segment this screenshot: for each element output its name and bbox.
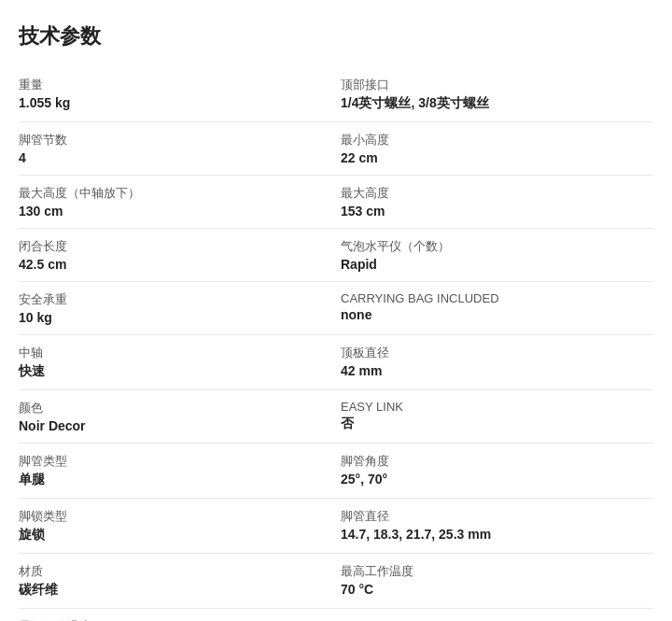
- spec-cell-left: 脚锁类型旋锁: [19, 499, 341, 553]
- spec-cell-right: 最高工作温度70 °C: [341, 554, 653, 608]
- specs-row: 闭合长度42.5 cm气泡水平仪（个数）Rapid: [19, 229, 653, 282]
- spec-value: 10 kg: [19, 310, 313, 325]
- spec-cell-left: 颜色Noir Decor: [19, 390, 341, 443]
- spec-cell-right: EASY LINK否: [341, 390, 653, 443]
- spec-cell-right: 最小高度22 cm: [341, 122, 653, 175]
- specs-row: 脚锁类型旋锁脚管直径14.7, 18.3, 21.7, 25.3 mm: [19, 499, 653, 554]
- spec-cell-right: 顶板直径42 mm: [341, 335, 653, 389]
- spec-label: 材质: [19, 563, 313, 580]
- spec-value: 70 °C: [341, 582, 635, 597]
- spec-label: 颜色: [19, 400, 313, 416]
- spec-cell-left: 中轴快速: [19, 335, 341, 389]
- spec-label: 最大高度（中轴放下）: [19, 185, 313, 202]
- spec-label: EASY LINK: [341, 400, 635, 414]
- spec-label: 安全承重: [19, 291, 313, 308]
- spec-label: 重量: [19, 77, 313, 93]
- spec-cell-right: CARRYING BAG INCLUDEDnone: [341, 282, 653, 334]
- spec-value: 碳纤维: [19, 582, 313, 599]
- page-title: 技术参数: [19, 22, 653, 50]
- spec-label: 脚管角度: [341, 453, 635, 470]
- spec-cell-left: 材质碳纤维: [19, 554, 341, 608]
- specs-row: 安全承重10 kgCARRYING BAG INCLUDEDnone: [19, 282, 653, 335]
- spec-label: 最大高度: [341, 185, 635, 202]
- spec-cell-left: 最低工作温度-30 °C: [19, 609, 341, 621]
- spec-label: 最小高度: [341, 132, 635, 148]
- spec-cell-right: 最大高度153 cm: [341, 176, 653, 228]
- spec-cell-left: 最大高度（中轴放下）130 cm: [19, 176, 341, 228]
- spec-value: 42 mm: [341, 363, 635, 378]
- spec-value: 25°, 70°: [341, 472, 635, 487]
- spec-value: 单腿: [19, 472, 313, 488]
- spec-value: 14.7, 18.3, 21.7, 25.3 mm: [341, 527, 635, 542]
- spec-value: 153 cm: [341, 204, 635, 219]
- spec-label: 闭合长度: [19, 238, 313, 255]
- spec-value: 130 cm: [19, 204, 313, 219]
- specs-list: 重量1.055 kg顶部接口1/4英寸螺丝, 3/8英寸螺丝脚管节数4最小高度2…: [19, 67, 653, 621]
- spec-cell-right: 气泡水平仪（个数）Rapid: [341, 229, 653, 281]
- spec-label: 脚管节数: [19, 132, 313, 148]
- specs-row: 最大高度（中轴放下）130 cm最大高度153 cm: [19, 176, 653, 229]
- spec-label: 顶板直径: [341, 345, 635, 361]
- spec-value: 1.055 kg: [19, 95, 313, 110]
- spec-value: 22 cm: [341, 150, 635, 165]
- spec-label: 脚锁类型: [19, 508, 313, 525]
- spec-value: none: [341, 307, 635, 322]
- spec-label: 脚管直径: [341, 508, 635, 525]
- spec-cell-left: 闭合长度42.5 cm: [19, 229, 341, 281]
- spec-cell-left: 安全承重10 kg: [19, 282, 341, 334]
- spec-label: 最高工作温度: [341, 563, 635, 580]
- specs-row: 最低工作温度-30 °CSERIES1: [19, 609, 653, 621]
- spec-cell-right: 顶部接口1/4英寸螺丝, 3/8英寸螺丝: [341, 67, 653, 121]
- spec-value: 旋锁: [19, 527, 313, 543]
- spec-cell-left: 脚管类型单腿: [19, 444, 341, 498]
- specs-row: 颜色Noir DecorEASY LINK否: [19, 390, 653, 444]
- specs-row: 脚管类型单腿脚管角度25°, 70°: [19, 444, 653, 499]
- spec-value: Rapid: [341, 257, 635, 272]
- spec-label: 气泡水平仪（个数）: [341, 238, 635, 255]
- spec-cell-left: 重量1.055 kg: [19, 67, 341, 121]
- spec-cell-right: 脚管角度25°, 70°: [341, 444, 653, 498]
- spec-value: Noir Decor: [19, 418, 313, 433]
- page-container: 技术参数 重量1.055 kg顶部接口1/4英寸螺丝, 3/8英寸螺丝脚管节数4…: [0, 0, 672, 621]
- spec-value: 42.5 cm: [19, 257, 313, 272]
- spec-cell-right: 脚管直径14.7, 18.3, 21.7, 25.3 mm: [341, 499, 653, 553]
- specs-row: 材质碳纤维最高工作温度70 °C: [19, 554, 653, 609]
- specs-row: 重量1.055 kg顶部接口1/4英寸螺丝, 3/8英寸螺丝: [19, 67, 653, 122]
- spec-value: 1/4英寸螺丝, 3/8英寸螺丝: [341, 95, 635, 112]
- spec-cell-left: 脚管节数4: [19, 122, 341, 175]
- spec-label: 中轴: [19, 345, 313, 361]
- spec-value: 快速: [19, 363, 313, 380]
- spec-cell-right: SERIES1: [341, 609, 653, 621]
- spec-value: 否: [341, 416, 635, 432]
- spec-label: 脚管类型: [19, 453, 313, 470]
- spec-value: 4: [19, 150, 313, 165]
- specs-row: 脚管节数4最小高度22 cm: [19, 122, 653, 176]
- spec-label: CARRYING BAG INCLUDED: [341, 291, 635, 305]
- specs-row: 中轴快速顶板直径42 mm: [19, 335, 653, 390]
- spec-label: 顶部接口: [341, 77, 635, 93]
